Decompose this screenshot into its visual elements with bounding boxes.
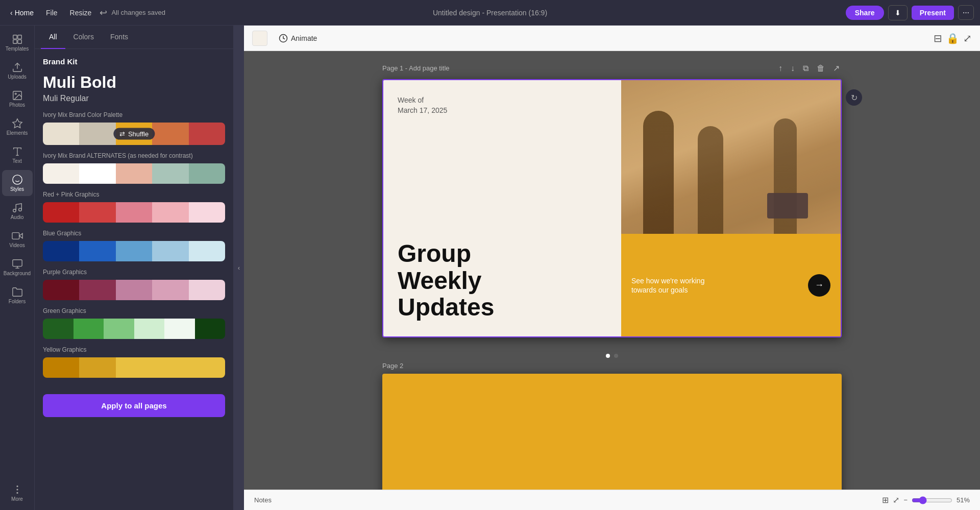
download-button[interactable]: ⬇ <box>888 5 908 20</box>
all-changes-saved: All changes saved <box>111 9 165 16</box>
svg-rect-16 <box>12 233 19 239</box>
color-swatch-2 <box>79 123 115 145</box>
tab-colors[interactable]: Colors <box>65 26 102 49</box>
alt-swatch-5 <box>189 163 225 184</box>
sidebar-item-audio[interactable]: Audio <box>2 198 33 224</box>
svg-point-21 <box>17 489 18 490</box>
purple-swatch-5 <box>189 280 225 300</box>
yellow-swatch-3 <box>116 357 225 378</box>
green-swatch-3 <box>104 319 134 339</box>
sidebar-item-more-container: More <box>2 480 33 506</box>
sidebar-item-styles[interactable]: Styles <box>2 170 33 196</box>
sidebar-item-label: More <box>11 496 23 502</box>
fullscreen-button[interactable]: ⤢ <box>893 495 899 505</box>
more-options-button[interactable]: ⋯ <box>958 5 974 20</box>
shuffle-overlay[interactable]: ⇄ Shuffle <box>113 128 155 140</box>
notes-label[interactable]: Notes <box>254 496 272 504</box>
sidebar-item-background[interactable]: Background <box>2 254 33 280</box>
zoom-slider[interactable] <box>912 496 952 504</box>
left-sidebar: Templates Uploads Photos Elements Text S… <box>0 26 35 510</box>
purple-palette-row[interactable] <box>43 280 225 300</box>
page-delete-button[interactable]: 🗑 <box>815 62 827 75</box>
blue-swatch-3 <box>116 241 152 261</box>
canvas-scroll[interactable]: Page 1 - Add page title ↑ ↓ ⧉ 🗑 ↗ <box>244 51 980 490</box>
color-box-preview[interactable] <box>252 31 267 46</box>
color-swatch-1 <box>43 123 79 145</box>
undo-icon[interactable]: ↩ <box>100 7 107 18</box>
page-up-button[interactable]: ↑ <box>776 62 785 75</box>
yellow-palette-row[interactable] <box>43 357 225 378</box>
slide-2[interactable] <box>382 374 842 490</box>
resize-button[interactable]: Resize <box>66 7 96 19</box>
slide-1[interactable]: Week of March 17, 2025 Group Weekly Upda… <box>382 79 842 337</box>
file-button[interactable]: File <box>42 7 62 19</box>
filter-icon-button[interactable]: ⊟ <box>934 32 942 44</box>
alt-palette-row[interactable] <box>43 163 225 184</box>
sidebar-item-more[interactable]: More <box>2 480 33 506</box>
page-dot-1[interactable] <box>606 354 610 358</box>
apply-to-all-pages-button[interactable]: Apply to all pages <box>43 394 225 417</box>
green-swatch-5 <box>164 319 195 339</box>
sidebar-item-label: Elements <box>7 130 28 136</box>
green-palette-row[interactable] <box>43 319 225 339</box>
sidebar-item-text[interactable]: Text <box>2 142 33 168</box>
document-title: Untitled design - Presentation (16:9) <box>330 9 650 17</box>
grid-view-button[interactable]: ⊞ <box>882 495 889 505</box>
sidebar-item-photos[interactable]: Photos <box>2 86 33 112</box>
blue-palette-row[interactable] <box>43 241 225 261</box>
page-dot-2[interactable] <box>614 354 618 358</box>
bottom-bar: Notes ⊞ ⤢ − 51% <box>244 490 980 510</box>
home-button[interactable]: ‹ Home <box>6 7 38 19</box>
page-copy-button[interactable]: ⧉ <box>801 62 811 75</box>
sidebar-item-uploads[interactable]: Uploads <box>2 58 33 84</box>
side-panel: All Colors Fonts Brand Kit Muli Bold Mul… <box>35 26 234 510</box>
page-nav <box>275 350 949 362</box>
tab-all[interactable]: All <box>41 26 65 49</box>
red-palette-row[interactable] <box>43 202 225 223</box>
sidebar-item-label: Photos <box>9 102 25 108</box>
svg-rect-0 <box>13 35 16 39</box>
zoom-level: 51% <box>957 496 970 504</box>
slide-1-wrapper: Week of March 17, 2025 Group Weekly Upda… <box>382 79 842 337</box>
zoom-minus-icon[interactable]: − <box>903 496 908 504</box>
brand-palette-row[interactable]: ⇄ Shuffle <box>43 123 225 145</box>
panel-tabs: All Colors Fonts <box>35 26 233 49</box>
alt-swatch-1 <box>43 163 79 184</box>
sidebar-item-label: Text <box>12 158 21 164</box>
sidebar-item-videos[interactable]: Videos <box>2 226 33 252</box>
sidebar-item-label: Background <box>4 271 31 276</box>
tab-fonts[interactable]: Fonts <box>102 26 136 49</box>
slide-right-panel: See how we're working towards our goals … <box>621 80 841 336</box>
purple-swatch-1 <box>43 280 79 300</box>
red-swatch-5 <box>189 202 225 223</box>
lock-icon-button[interactable]: 🔒 <box>946 32 959 44</box>
yellow-label: Yellow Graphics <box>43 346 225 353</box>
page-share-button[interactable]: ↗ <box>831 61 842 75</box>
animate-icon <box>279 34 288 43</box>
slide-footer: See how we're working towards our goals … <box>621 234 841 336</box>
sidebar-item-folders[interactable]: Folders <box>2 282 33 308</box>
topbar: ‹ Home File Resize ↩ All changes saved U… <box>0 0 980 26</box>
expand-icon-button[interactable]: ⤢ <box>963 32 972 44</box>
sidebar-item-templates[interactable]: Templates <box>2 30 33 56</box>
title-line2: Weekly <box>398 267 482 294</box>
palette-label: Ivory Mix Brand Color Palette <box>43 111 225 118</box>
sidebar-item-label: Audio <box>11 214 24 220</box>
page-down-button[interactable]: ↓ <box>789 62 797 75</box>
share-button[interactable]: Share <box>846 6 884 20</box>
sidebar-item-label: Uploads <box>8 74 27 80</box>
chevron-left-icon: ‹ <box>10 9 13 17</box>
animate-button[interactable]: Animate <box>274 31 322 46</box>
panel-collapse-arrow[interactable]: ‹ <box>234 26 244 510</box>
sidebar-item-elements[interactable]: Elements <box>2 114 33 140</box>
present-button[interactable]: Present <box>912 6 954 20</box>
red-swatch-2 <box>79 202 115 223</box>
slide-footer-text: See how we're working towards our goals <box>631 276 723 295</box>
green-swatch-6 <box>195 319 226 339</box>
font-regular-name: Muli Regular <box>43 94 225 103</box>
refresh-icon[interactable]: ↻ <box>846 89 862 106</box>
shuffle-label: Shuffle <box>128 130 149 138</box>
slide-left-panel: Week of March 17, 2025 Group Weekly Upda… <box>383 80 621 336</box>
color-swatch-5 <box>189 123 225 145</box>
arrow-button[interactable]: → <box>808 274 830 297</box>
